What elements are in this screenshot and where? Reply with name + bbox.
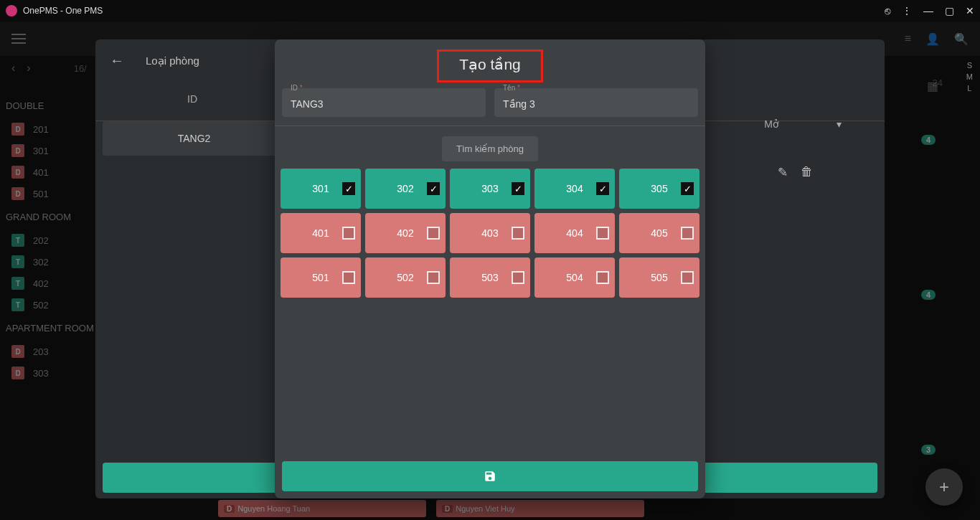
- modal-title: Tạo tầng: [459, 56, 521, 73]
- room-checkbox[interactable]: ✓: [342, 182, 355, 195]
- id-field-label: ID *: [291, 84, 303, 92]
- room-checkbox[interactable]: ✓: [427, 182, 440, 195]
- room-cell[interactable]: 504: [534, 257, 615, 298]
- room-checkbox[interactable]: [596, 271, 609, 284]
- room-cell-number: 403: [481, 227, 498, 239]
- room-cell[interactable]: 503: [450, 257, 530, 298]
- room-cell-number: 301: [312, 183, 329, 194]
- room-cell-number: 504: [566, 272, 583, 283]
- room-cell-number: 404: [566, 227, 583, 239]
- room-cell-number: 401: [312, 227, 329, 239]
- room-checkbox[interactable]: [512, 271, 524, 284]
- room-cell[interactable]: 403: [450, 213, 530, 253]
- room-cell[interactable]: 502: [365, 257, 446, 298]
- room-cell-number: 304: [566, 183, 583, 194]
- search-rooms-button[interactable]: Tìm kiếm phòng: [442, 136, 538, 161]
- room-cell[interactable]: 505: [619, 257, 699, 298]
- room-cell-number: 502: [397, 272, 413, 283]
- create-floor-modal: Tạo tầng ID * Tên * Tìm kiếm phòng 301✓3…: [275, 39, 705, 498]
- room-cell[interactable]: 404: [534, 213, 615, 253]
- room-cell-number: 303: [481, 183, 498, 194]
- room-checkbox[interactable]: [681, 271, 694, 284]
- room-checkbox[interactable]: ✓: [596, 182, 609, 195]
- room-cell[interactable]: 501: [281, 257, 361, 298]
- modal-overlay: Tạo tầng ID * Tên * Tìm kiếm phòng 301✓3…: [0, 0, 980, 520]
- room-checkbox[interactable]: [427, 227, 440, 240]
- room-cell[interactable]: 305✓: [619, 169, 699, 209]
- modal-title-highlight: Tạo tầng: [437, 49, 543, 82]
- room-checkbox[interactable]: [342, 271, 355, 284]
- room-cell-number: 501: [312, 272, 329, 283]
- name-field-label: Tên *: [503, 84, 520, 92]
- room-cell[interactable]: 302✓: [365, 169, 446, 209]
- room-checkbox[interactable]: [342, 227, 355, 240]
- room-checkbox[interactable]: [512, 227, 524, 240]
- name-field[interactable]: [494, 88, 698, 117]
- room-cell-number: 505: [651, 272, 667, 283]
- room-cell[interactable]: 301✓: [281, 169, 361, 209]
- save-button[interactable]: [282, 461, 698, 491]
- room-cell[interactable]: 303✓: [450, 169, 530, 209]
- save-icon: [484, 470, 496, 483]
- room-cell[interactable]: 402: [365, 213, 446, 253]
- room-checkbox[interactable]: [681, 227, 694, 240]
- rooms-grid: 301✓302✓303✓304✓305✓40140240340440550150…: [275, 169, 705, 298]
- room-cell[interactable]: 304✓: [534, 169, 615, 209]
- id-field[interactable]: [282, 88, 486, 117]
- room-cell-number: 405: [651, 227, 667, 239]
- room-checkbox[interactable]: ✓: [512, 182, 524, 195]
- room-cell-number: 302: [397, 183, 413, 194]
- add-fab[interactable]: +: [925, 468, 963, 506]
- room-cell-number: 402: [397, 227, 413, 239]
- room-cell-number: 305: [651, 183, 667, 194]
- room-cell-number: 503: [481, 272, 498, 283]
- room-checkbox[interactable]: [427, 271, 440, 284]
- room-checkbox[interactable]: ✓: [681, 182, 694, 195]
- room-checkbox[interactable]: [596, 227, 609, 240]
- room-cell[interactable]: 401: [281, 213, 361, 253]
- room-cell[interactable]: 405: [619, 213, 699, 253]
